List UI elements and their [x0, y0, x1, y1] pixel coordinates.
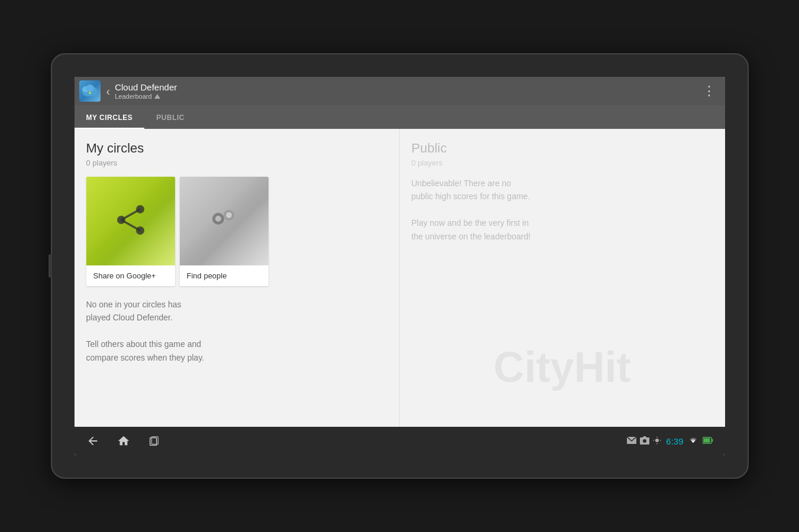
- tablet-screen: ‹ Cloud Defender Leaderboard ⋮ MY CIRCLE…: [75, 77, 725, 455]
- photo-status-icon: [640, 436, 649, 446]
- app-subtitle: Leaderboard: [115, 93, 697, 100]
- panel-public: CityHit Public 0 players Unbelievable! T…: [400, 129, 725, 427]
- public-title: Public: [412, 141, 713, 156]
- nav-back-button[interactable]: [86, 434, 99, 447]
- find-card-image: [180, 177, 269, 265]
- panel-my-circles: My circles 0 players: [75, 129, 400, 427]
- find-people-card[interactable]: Find people: [180, 177, 269, 286]
- email-status-icon: [627, 436, 636, 446]
- nav-recent-button[interactable]: [148, 434, 161, 447]
- status-bar: 6:39: [627, 436, 713, 446]
- svg-point-12: [226, 212, 232, 218]
- svg-line-8: [121, 220, 140, 231]
- volume-button[interactable]: [48, 254, 52, 278]
- find-people-icon: [206, 202, 242, 240]
- back-button[interactable]: ‹: [106, 85, 111, 98]
- share-card-label: Share on Google+: [86, 265, 175, 286]
- tablet-device: ‹ Cloud Defender Leaderboard ⋮ MY CIRCLE…: [51, 53, 749, 479]
- nav-buttons: [86, 434, 161, 447]
- svg-point-18: [655, 439, 659, 442]
- overflow-menu-button[interactable]: ⋮: [698, 83, 720, 99]
- status-icons: [627, 436, 661, 446]
- tab-my-circles[interactable]: MY CIRCLES: [75, 108, 145, 129]
- share-card[interactable]: Share on Google+: [86, 177, 175, 286]
- my-circles-player-count: 0 players: [86, 158, 387, 167]
- public-empty-message: Unbelievable! There are no public high s…: [412, 177, 713, 243]
- svg-rect-20: [711, 439, 713, 442]
- settings-status-icon: [653, 436, 661, 446]
- app-icon: [79, 80, 101, 102]
- action-cards-row: Share on Google+: [86, 177, 387, 286]
- my-circles-empty-message: No one in your circles has played Cloud …: [86, 298, 387, 364]
- svg-line-7: [121, 209, 140, 220]
- svg-rect-21: [703, 439, 710, 443]
- svg-point-17: [643, 439, 646, 443]
- share-icon: [113, 202, 148, 240]
- watermark-text: CityHit: [494, 343, 631, 391]
- tab-public[interactable]: PUBLIC: [144, 108, 196, 129]
- wifi-icon: [688, 436, 698, 446]
- share-card-image: [86, 177, 175, 265]
- app-bar-titles: Cloud Defender Leaderboard: [115, 82, 697, 100]
- app-bar: ‹ Cloud Defender Leaderboard ⋮: [75, 77, 725, 105]
- svg-point-11: [215, 216, 221, 222]
- find-people-card-label: Find people: [180, 265, 269, 286]
- battery-icon: [703, 436, 713, 446]
- clock-display: 6:39: [666, 436, 683, 446]
- signal-icon: [154, 94, 160, 99]
- nav-home-button[interactable]: [117, 434, 130, 447]
- main-content: My circles 0 players: [75, 129, 725, 427]
- app-title: Cloud Defender: [115, 82, 697, 93]
- nav-bar: 6:39: [75, 427, 725, 455]
- tab-bar: MY CIRCLES PUBLIC: [75, 105, 725, 129]
- public-player-count: 0 players: [412, 158, 713, 167]
- my-circles-title: My circles: [86, 141, 387, 156]
